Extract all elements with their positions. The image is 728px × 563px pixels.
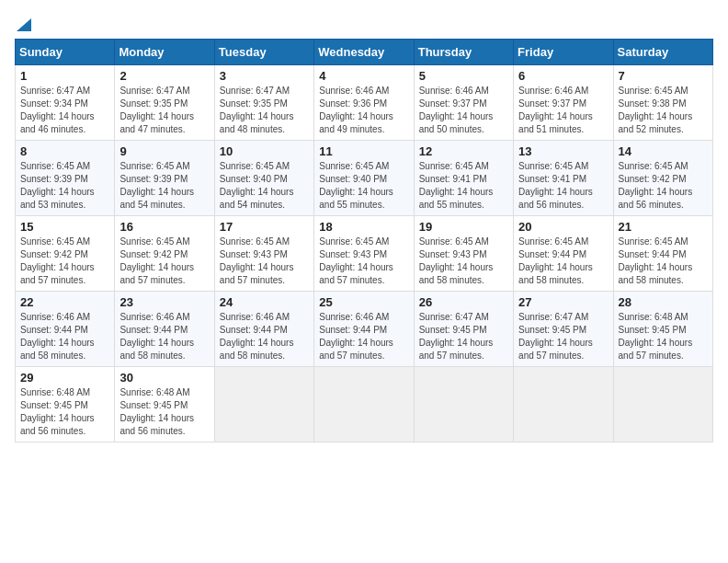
weekday-header-sunday: Sunday — [16, 40, 115, 65]
day-info: Sunrise: 6:46 AMSunset: 9:36 PMDaylight:… — [319, 86, 393, 134]
calendar-cell: 24 Sunrise: 6:46 AMSunset: 9:44 PMDaylig… — [214, 292, 313, 367]
day-number: 17 — [220, 220, 309, 234]
svg-marker-0 — [17, 18, 31, 31]
calendar-cell: 12 Sunrise: 6:45 AMSunset: 9:41 PMDaylig… — [414, 141, 513, 216]
calendar-cell: 8 Sunrise: 6:45 AMSunset: 9:39 PMDayligh… — [16, 141, 115, 216]
weekday-header-friday: Friday — [514, 40, 613, 65]
calendar-cell: 11 Sunrise: 6:45 AMSunset: 9:40 PMDaylig… — [314, 141, 414, 216]
day-number: 26 — [419, 295, 508, 309]
day-number: 25 — [319, 295, 408, 309]
calendar-cell: 14 Sunrise: 6:45 AMSunset: 9:42 PMDaylig… — [613, 141, 712, 216]
calendar-cell: 6 Sunrise: 6:46 AMSunset: 9:37 PMDayligh… — [514, 65, 613, 141]
day-number: 6 — [518, 69, 608, 83]
weekday-header-saturday: Saturday — [613, 40, 712, 65]
calendar-cell: 27 Sunrise: 6:47 AMSunset: 9:45 PMDaylig… — [514, 292, 613, 367]
day-number: 8 — [20, 144, 109, 158]
day-info: Sunrise: 6:46 AMSunset: 9:37 PMDaylight:… — [518, 86, 593, 134]
day-info: Sunrise: 6:45 AMSunset: 9:42 PMDaylight:… — [20, 236, 95, 285]
day-info: Sunrise: 6:45 AMSunset: 9:43 PMDaylight:… — [419, 236, 494, 285]
day-info: Sunrise: 6:45 AMSunset: 9:44 PMDaylight:… — [619, 236, 693, 285]
day-number: 22 — [20, 295, 109, 309]
day-info: Sunrise: 6:45 AMSunset: 9:39 PMDaylight:… — [119, 161, 194, 210]
calendar-cell: 15 Sunrise: 6:45 AMSunset: 9:42 PMDaylig… — [16, 216, 115, 292]
day-number: 11 — [319, 144, 408, 158]
calendar-cell: 23 Sunrise: 6:46 AMSunset: 9:44 PMDaylig… — [115, 292, 214, 367]
calendar-week-row: 15 Sunrise: 6:45 AMSunset: 9:42 PMDaylig… — [16, 216, 713, 292]
day-info: Sunrise: 6:47 AMSunset: 9:45 PMDaylight:… — [518, 312, 593, 361]
calendar-cell: 2 Sunrise: 6:47 AMSunset: 9:35 PMDayligh… — [115, 65, 214, 141]
day-info: Sunrise: 6:46 AMSunset: 9:44 PMDaylight:… — [20, 312, 95, 361]
day-number: 7 — [619, 69, 708, 83]
day-number: 30 — [119, 371, 209, 385]
calendar-cell — [414, 367, 513, 442]
day-number: 2 — [119, 69, 209, 83]
calendar-cell: 29 Sunrise: 6:48 AMSunset: 9:45 PMDaylig… — [16, 367, 115, 442]
logo-icon — [17, 15, 31, 31]
day-number: 12 — [419, 144, 508, 158]
day-number: 29 — [20, 371, 109, 385]
day-number: 3 — [220, 69, 309, 83]
day-number: 27 — [518, 295, 608, 309]
day-info: Sunrise: 6:48 AMSunset: 9:45 PMDaylight:… — [20, 387, 95, 436]
calendar-cell: 4 Sunrise: 6:46 AMSunset: 9:36 PMDayligh… — [314, 65, 414, 141]
day-info: Sunrise: 6:45 AMSunset: 9:43 PMDaylight:… — [220, 236, 294, 285]
calendar-cell: 5 Sunrise: 6:46 AMSunset: 9:37 PMDayligh… — [414, 65, 513, 141]
day-number: 4 — [319, 69, 408, 83]
day-info: Sunrise: 6:47 AMSunset: 9:35 PMDaylight:… — [119, 86, 194, 134]
calendar-cell: 13 Sunrise: 6:45 AMSunset: 9:41 PMDaylig… — [514, 141, 613, 216]
weekday-header-tuesday: Tuesday — [214, 40, 313, 65]
day-number: 28 — [619, 295, 708, 309]
day-number: 20 — [518, 220, 608, 234]
day-info: Sunrise: 6:47 AMSunset: 9:35 PMDaylight:… — [220, 86, 294, 134]
page-header — [15, 15, 713, 31]
day-info: Sunrise: 6:45 AMSunset: 9:42 PMDaylight:… — [119, 236, 194, 285]
day-info: Sunrise: 6:46 AMSunset: 9:44 PMDaylight:… — [220, 312, 294, 361]
weekday-header-wednesday: Wednesday — [314, 40, 414, 65]
calendar-header-row: SundayMondayTuesdayWednesdayThursdayFrid… — [16, 40, 713, 65]
day-info: Sunrise: 6:45 AMSunset: 9:41 PMDaylight:… — [518, 161, 593, 210]
day-number: 21 — [619, 220, 708, 234]
calendar-cell: 7 Sunrise: 6:45 AMSunset: 9:38 PMDayligh… — [613, 65, 712, 141]
calendar-cell: 1 Sunrise: 6:47 AMSunset: 9:34 PMDayligh… — [16, 65, 115, 141]
calendar-cell — [314, 367, 414, 442]
calendar-cell: 21 Sunrise: 6:45 AMSunset: 9:44 PMDaylig… — [613, 216, 712, 292]
day-info: Sunrise: 6:45 AMSunset: 9:40 PMDaylight:… — [220, 161, 294, 210]
day-number: 16 — [119, 220, 209, 234]
calendar-cell: 16 Sunrise: 6:45 AMSunset: 9:42 PMDaylig… — [115, 216, 214, 292]
day-number: 24 — [220, 295, 309, 309]
day-info: Sunrise: 6:45 AMSunset: 9:38 PMDaylight:… — [619, 86, 693, 134]
calendar-cell: 19 Sunrise: 6:45 AMSunset: 9:43 PMDaylig… — [414, 216, 513, 292]
calendar-cell: 28 Sunrise: 6:48 AMSunset: 9:45 PMDaylig… — [613, 292, 712, 367]
day-info: Sunrise: 6:47 AMSunset: 9:45 PMDaylight:… — [419, 312, 494, 361]
calendar-cell: 17 Sunrise: 6:45 AMSunset: 9:43 PMDaylig… — [214, 216, 313, 292]
day-number: 19 — [419, 220, 508, 234]
weekday-header-monday: Monday — [115, 40, 214, 65]
day-number: 1 — [20, 69, 109, 83]
calendar-cell: 25 Sunrise: 6:46 AMSunset: 9:44 PMDaylig… — [314, 292, 414, 367]
calendar-week-row: 1 Sunrise: 6:47 AMSunset: 9:34 PMDayligh… — [16, 65, 713, 141]
calendar-cell: 3 Sunrise: 6:47 AMSunset: 9:35 PMDayligh… — [214, 65, 313, 141]
day-info: Sunrise: 6:46 AMSunset: 9:37 PMDaylight:… — [419, 86, 494, 134]
calendar-table: SundayMondayTuesdayWednesdayThursdayFrid… — [15, 39, 713, 442]
day-info: Sunrise: 6:48 AMSunset: 9:45 PMDaylight:… — [619, 312, 693, 361]
calendar-cell: 30 Sunrise: 6:48 AMSunset: 9:45 PMDaylig… — [115, 367, 214, 442]
calendar-cell: 26 Sunrise: 6:47 AMSunset: 9:45 PMDaylig… — [414, 292, 513, 367]
day-info: Sunrise: 6:48 AMSunset: 9:45 PMDaylight:… — [119, 387, 194, 436]
day-info: Sunrise: 6:45 AMSunset: 9:43 PMDaylight:… — [319, 236, 393, 285]
calendar-cell — [613, 367, 712, 442]
day-info: Sunrise: 6:45 AMSunset: 9:41 PMDaylight:… — [419, 161, 494, 210]
calendar-cell: 10 Sunrise: 6:45 AMSunset: 9:40 PMDaylig… — [214, 141, 313, 216]
day-info: Sunrise: 6:46 AMSunset: 9:44 PMDaylight:… — [319, 312, 393, 361]
calendar-cell — [214, 367, 313, 442]
day-number: 23 — [119, 295, 209, 309]
day-info: Sunrise: 6:45 AMSunset: 9:44 PMDaylight:… — [518, 236, 593, 285]
day-number: 10 — [220, 144, 309, 158]
day-info: Sunrise: 6:45 AMSunset: 9:39 PMDaylight:… — [20, 161, 95, 210]
calendar-week-row: 29 Sunrise: 6:48 AMSunset: 9:45 PMDaylig… — [16, 367, 713, 442]
day-number: 5 — [419, 69, 508, 83]
day-number: 13 — [518, 144, 608, 158]
calendar-cell — [514, 367, 613, 442]
day-info: Sunrise: 6:45 AMSunset: 9:42 PMDaylight:… — [619, 161, 693, 210]
day-info: Sunrise: 6:46 AMSunset: 9:44 PMDaylight:… — [119, 312, 194, 361]
day-info: Sunrise: 6:45 AMSunset: 9:40 PMDaylight:… — [319, 161, 393, 210]
